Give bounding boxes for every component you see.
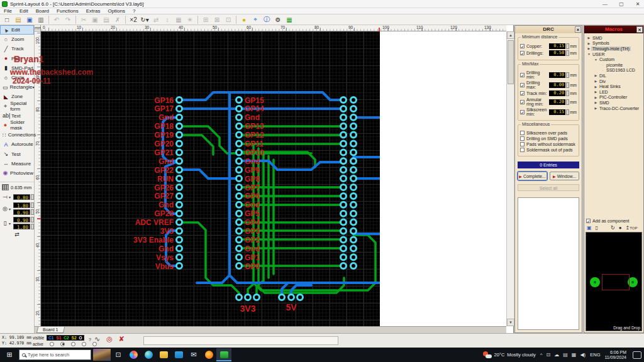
pad[interactable] — [177, 237, 182, 243]
explorer-icon[interactable] — [156, 348, 171, 361]
pad[interactable] — [177, 97, 182, 103]
drc-option-soldermask-out-of-pads[interactable]: Soldermask out of pads — [520, 148, 577, 152]
macro-tree-item-smd[interactable]: ▶SMD — [584, 100, 643, 106]
snap-icon[interactable]: ✳ — [184, 15, 196, 25]
pad[interactable] — [289, 295, 294, 300]
store-icon[interactable] — [171, 348, 186, 361]
checkbox-checked-icon[interactable]: ✓ — [520, 91, 525, 96]
pad[interactable] — [279, 295, 285, 300]
pad[interactable] — [351, 150, 357, 155]
value-spinner[interactable] — [566, 43, 569, 49]
layer-visible-c1[interactable]: C1 — [48, 336, 53, 340]
pad[interactable] — [351, 263, 357, 269]
pad[interactable] — [351, 185, 357, 190]
grid-setting[interactable]: 0.635 mm — [0, 182, 34, 192]
delete-macro-icon[interactable]: ▯ — [596, 225, 598, 231]
drc-results-list[interactable] — [518, 197, 579, 330]
layer-active-radio-c1[interactable] — [50, 342, 54, 346]
menu-[interactable]: ? — [129, 8, 139, 14]
language-indicator[interactable]: ENG — [590, 352, 600, 358]
macro-tree-item-picomite[interactable]: ·picomite — [584, 62, 643, 68]
pad[interactable] — [341, 185, 347, 190]
pad[interactable] — [236, 202, 242, 207]
track-width-spinner[interactable] — [31, 194, 34, 200]
paste-icon[interactable]: ▤ — [101, 15, 112, 25]
macro-tree-item-heat-sinks[interactable]: ▶Heat Sinks — [584, 84, 643, 89]
drc-option-annular-ring-min[interactable]: ✓Annular ring min:0.20mm — [520, 97, 577, 106]
tool-photoview[interactable]: ◉Photoview — [0, 168, 34, 178]
pad[interactable] — [177, 193, 182, 199]
drc-option-pads-without-soldermask[interactable]: Pads without soldermask — [520, 142, 577, 146]
pad[interactable] — [177, 150, 182, 155]
firefox-colorful-icon[interactable] — [126, 348, 141, 361]
weather-widget[interactable]: 20°C Mostly cloudy — [483, 351, 536, 358]
menu-functions[interactable]: Functions — [53, 8, 82, 14]
sprint-layout-icon[interactable] — [216, 348, 231, 361]
top-layer-trace[interactable] — [353, 178, 380, 212]
drc-value[interactable]: 8.00 — [549, 82, 565, 88]
drc-complete-button[interactable]: ▶Complete... — [518, 172, 547, 180]
pad[interactable] — [236, 295, 242, 300]
pad[interactable] — [236, 263, 242, 269]
pad[interactable] — [351, 219, 357, 225]
crosshair-icon[interactable]: ⌖ — [250, 15, 261, 25]
pad[interactable] — [236, 176, 242, 182]
menu-edit[interactable]: Edit — [16, 8, 32, 14]
add-as-component-option[interactable]: ✓ Add as component — [584, 217, 643, 224]
top-layer-icon[interactable]: ↥TOP — [626, 225, 638, 231]
pad[interactable] — [341, 255, 347, 260]
minimize-button[interactable]: — — [600, 1, 610, 8]
tray-icon[interactable]: ☁ — [554, 352, 559, 358]
checkbox-unchecked-icon[interactable] — [520, 148, 525, 152]
gear-icon[interactable]: ⚙ — [272, 15, 284, 25]
pad[interactable] — [351, 123, 357, 129]
pad[interactable] — [177, 114, 182, 120]
pad[interactable] — [341, 176, 347, 182]
pad[interactable] — [351, 167, 357, 173]
pad[interactable] — [351, 228, 357, 234]
tool-smd-pad[interactable]: ▮SMD-Pad — [0, 63, 34, 73]
pad[interactable] — [351, 202, 357, 207]
macro-tree-item-custom[interactable]: ▼Custom — [584, 57, 643, 62]
pad[interactable] — [177, 228, 182, 234]
pad[interactable] — [341, 237, 347, 243]
pad[interactable] — [341, 150, 347, 155]
tool-solder-mask[interactable]: ●Solder mask — [0, 121, 34, 130]
macro-preview[interactable]: Drag and Drop — [586, 232, 642, 331]
align-icon[interactable]: ▦ — [173, 15, 184, 25]
drc-window-button[interactable]: ▶Window... — [550, 172, 579, 180]
lock-icon[interactable]: ⊠ — [211, 15, 223, 25]
pad[interactable] — [236, 97, 242, 103]
drc-option-copper[interactable]: ✓Copper:0.15mm — [520, 43, 577, 49]
remove-origin-icon[interactable]: ✘ — [119, 335, 125, 343]
macro-tree-item-through-hole-th[interactable]: ▶Through-Hole (TH) — [584, 46, 643, 52]
pad[interactable] — [236, 193, 242, 199]
scrollbar-thumb[interactable] — [508, 40, 514, 84]
pad-outer-spinner[interactable] — [31, 202, 34, 208]
menu-extras[interactable]: Extras — [82, 8, 104, 14]
pad[interactable] — [236, 132, 242, 138]
checkbox-checked-icon[interactable]: ✓ — [520, 73, 525, 77]
tray-icon[interactable]: ^ — [540, 352, 543, 358]
pad[interactable] — [351, 176, 357, 182]
value-spinner[interactable] — [566, 99, 569, 105]
tree-expander-icon[interactable]: ▶ — [587, 47, 591, 50]
tree-leaf-icon[interactable]: · — [601, 63, 605, 67]
chevron-down-icon[interactable]: ▾ — [9, 195, 13, 199]
mail-icon[interactable]: ✉ — [186, 348, 201, 361]
tool-zoom[interactable]: ○Zoom — [0, 35, 34, 44]
macro-tree-item-ssd1963-lcd[interactable]: ·SSD1963 LCD — [584, 68, 643, 74]
value-spinner[interactable] — [566, 82, 569, 88]
pad[interactable] — [236, 150, 242, 155]
mirror-h-icon[interactable]: ⇄ — [150, 15, 162, 25]
pad-outer-value[interactable]: 1.80 — [13, 202, 30, 208]
taskbar-search-input[interactable]: Type here to search — [19, 349, 91, 360]
smd-size-control[interactable]: ▯ ▾ 0.90 1.80 — [1, 217, 34, 229]
pad[interactable] — [236, 158, 242, 164]
tree-expander-icon[interactable]: ▶ — [587, 36, 591, 40]
track-width-value[interactable]: 0.80 — [13, 194, 30, 200]
close-icon[interactable]: ✕ — [575, 26, 581, 33]
pad[interactable] — [341, 167, 347, 173]
pad[interactable] — [341, 132, 347, 138]
open-icon[interactable]: ▤ — [13, 15, 24, 25]
